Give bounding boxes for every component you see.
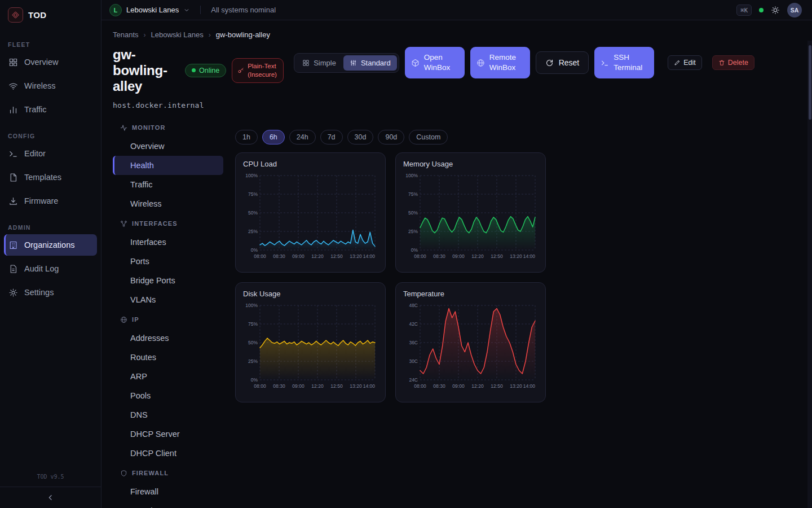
subnav-item-routes[interactable]: Routes	[113, 348, 223, 367]
subnav-group-monitor: MONITOR	[113, 119, 223, 137]
subnav-item-mangle[interactable]: Mangle	[113, 501, 223, 508]
delete-button[interactable]: Delete	[712, 55, 754, 70]
subnav-group-label: IP	[132, 316, 139, 323]
scrollbar-thumb[interactable]	[809, 45, 811, 120]
svg-text:12:50: 12:50	[491, 253, 503, 259]
theme-toggle-button[interactable]	[771, 6, 780, 15]
sidebar-item-label: Editor	[24, 149, 46, 158]
svg-text:08:00: 08:00	[254, 383, 266, 389]
open-winbox-button[interactable]: Open WinBox	[405, 47, 465, 78]
subnav-group-ip: IP	[113, 310, 223, 329]
time-range-7d[interactable]: 7d	[320, 130, 343, 144]
subnav-item-traffic[interactable]: Traffic	[113, 175, 223, 194]
subnav-item-dhcp-client[interactable]: DHCP Client	[113, 444, 223, 463]
sidebar-item-templates[interactable]: Templates	[4, 167, 97, 188]
device-header: gw-bowling-alley Online Plain-Text (Inse…	[113, 47, 798, 94]
topbar-divider	[200, 6, 201, 14]
trash-icon	[718, 59, 725, 66]
chevron-down-icon	[183, 7, 190, 14]
time-range-1h[interactable]: 1h	[235, 130, 258, 144]
time-range-6h[interactable]: 6h	[262, 130, 285, 144]
subnav-item-ports[interactable]: Ports	[113, 252, 223, 271]
device-hostname: host.docker.internal	[113, 101, 798, 110]
key-icon	[237, 67, 244, 74]
svg-text:75%: 75%	[248, 321, 258, 327]
svg-text:25%: 25%	[248, 229, 258, 234]
command-palette-shortcut[interactable]: ⌘K	[736, 5, 752, 16]
svg-text:12:20: 12:20	[471, 383, 484, 389]
svg-text:14:00: 14:00	[363, 253, 376, 259]
mode-standard-segment[interactable]: Standard	[343, 55, 397, 71]
subnav-item-dhcp-server[interactable]: DHCP Server	[113, 424, 223, 444]
breadcrumb-link-tenant[interactable]: Lebowski Lanes	[151, 30, 204, 39]
sidebar-item-traffic[interactable]: Traffic	[4, 99, 97, 120]
sliders-icon	[350, 59, 357, 67]
sidebar-collapse-button[interactable]	[0, 487, 101, 508]
subnav-item-bridge-ports[interactable]: Bridge Ports	[113, 271, 223, 290]
svg-text:50%: 50%	[408, 210, 418, 216]
svg-text:30C: 30C	[409, 358, 418, 364]
sidebar-item-overview[interactable]: Overview	[4, 51, 97, 73]
mode-simple-segment[interactable]: Simple	[296, 55, 342, 71]
subnav-item-arp[interactable]: ARP	[113, 367, 223, 386]
download-icon	[8, 196, 18, 206]
breadcrumb-current: gw-bowling-alley	[216, 30, 270, 39]
svg-text:08:30: 08:30	[433, 253, 445, 259]
terminal-icon	[8, 149, 18, 159]
subnav-item-dns[interactable]: DNS	[113, 405, 223, 424]
remote-winbox-button[interactable]: Remote WinBox	[470, 47, 530, 78]
sidebar-item-label: Overview	[24, 58, 58, 67]
svg-text:14:00: 14:00	[523, 383, 536, 389]
subnav-item-firewall[interactable]: Firewall	[113, 482, 223, 501]
status-badge-online: Online	[185, 64, 226, 77]
sidebar-footer: TOD v9.5	[0, 474, 101, 508]
time-range-90d[interactable]: 90d	[378, 130, 404, 144]
svg-text:09:00: 09:00	[452, 253, 465, 259]
time-range-24h[interactable]: 24h	[289, 130, 316, 144]
edit-button[interactable]: Edit	[668, 55, 702, 70]
sidebar-item-audit-log[interactable]: Audit Log	[4, 258, 97, 279]
subnav-item-pools[interactable]: Pools	[113, 386, 223, 405]
subnav-item-wireless[interactable]: Wireless	[113, 194, 223, 213]
nodes-icon	[120, 220, 127, 227]
svg-text:12:20: 12:20	[471, 253, 484, 259]
sidebar-item-label: Organizations	[24, 240, 74, 249]
subnav-item-overview[interactable]: Overview	[113, 137, 223, 156]
sidebar-item-organizations[interactable]: Organizations	[4, 234, 97, 256]
svg-text:100%: 100%	[405, 173, 418, 178]
bar-chart-icon	[8, 105, 18, 115]
user-avatar[interactable]: SA	[787, 3, 802, 17]
tenant-switcher[interactable]: L Lebowski Lanes	[109, 4, 190, 16]
ssh-terminal-button[interactable]: SSH Terminal	[594, 47, 654, 78]
svg-text:09:00: 09:00	[452, 383, 465, 389]
wifi-icon	[8, 81, 18, 91]
chart-card: Disk Usage 100%75%50%25%0%08:0008:3009:0…	[235, 282, 386, 402]
delete-label: Delete	[728, 59, 748, 67]
breadcrumb-link-tenants[interactable]: Tenants	[113, 30, 139, 39]
sidebar-item-wireless[interactable]: Wireless	[4, 75, 97, 97]
svg-text:08:00: 08:00	[414, 383, 426, 389]
sidebar-item-editor[interactable]: Editor	[4, 143, 97, 164]
svg-text:13:20: 13:20	[350, 253, 362, 259]
sidebar-item-label: Audit Log	[24, 264, 59, 273]
refresh-icon	[545, 59, 554, 67]
time-range-custom[interactable]: Custom	[409, 130, 448, 144]
subnav-item-health[interactable]: Health	[113, 156, 223, 175]
device-badges: Online Plain-Text (Insecure)	[185, 58, 284, 83]
subnav-item-interfaces[interactable]: Interfaces	[113, 233, 223, 252]
online-dot	[192, 68, 196, 72]
sidebar-item-label: Firmware	[24, 196, 58, 205]
reset-label: Reset	[559, 58, 580, 67]
system-status-text: All systems nominal	[211, 6, 276, 14]
app-root: TOD FLEET Overview Wireless Traffic CONF…	[0, 0, 812, 508]
sidebar-item-firmware[interactable]: Firmware	[4, 190, 97, 212]
svg-text:100%: 100%	[245, 303, 258, 308]
time-range-30d[interactable]: 30d	[347, 130, 374, 144]
svg-text:25%: 25%	[408, 229, 418, 234]
subnav-item-vlans[interactable]: VLANs	[113, 290, 223, 309]
subnav-item-addresses[interactable]: Addresses	[113, 329, 223, 348]
gear-icon	[8, 288, 18, 297]
sidebar-item-settings[interactable]: Settings	[4, 282, 97, 303]
health-status-dot	[759, 8, 764, 12]
reset-button[interactable]: Reset	[536, 51, 589, 74]
